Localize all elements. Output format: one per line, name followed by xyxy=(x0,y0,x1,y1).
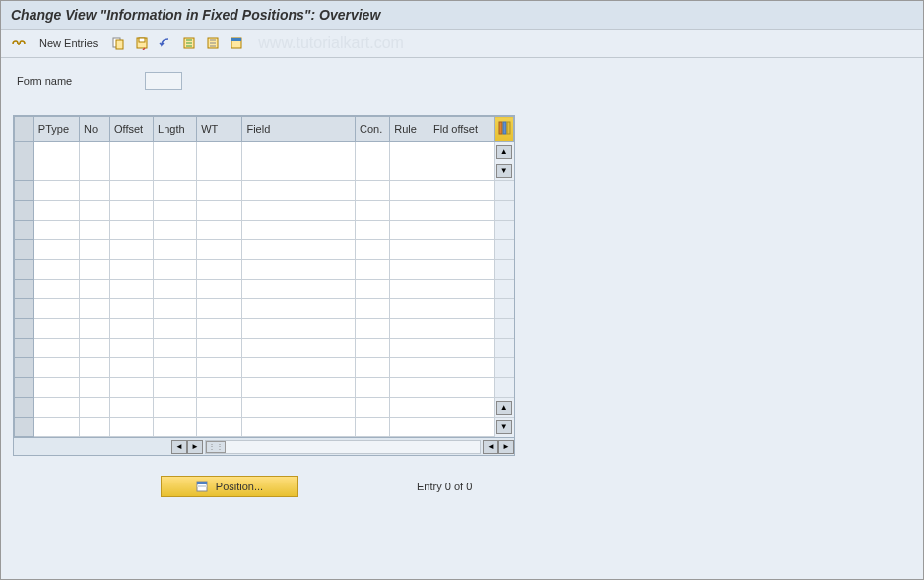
table-cell[interactable] xyxy=(356,201,390,221)
row-selector[interactable] xyxy=(15,319,34,339)
select-all-header[interactable] xyxy=(15,117,34,142)
table-cell[interactable] xyxy=(80,319,110,339)
table-cell[interactable] xyxy=(429,201,494,221)
table-row[interactable]: ▲ xyxy=(15,398,514,418)
col-header-fldoffset[interactable]: Fld offset xyxy=(429,117,494,142)
table-cell[interactable] xyxy=(197,319,242,339)
hscroll-thumb[interactable]: ⋮⋮ xyxy=(206,441,226,453)
table-cell[interactable] xyxy=(109,378,153,398)
table-cell[interactable] xyxy=(154,358,197,378)
table-cell[interactable] xyxy=(197,358,242,378)
col-header-no[interactable]: No xyxy=(80,117,110,142)
column-config-button[interactable] xyxy=(495,117,514,142)
scroll-right-end-arrow[interactable]: ► xyxy=(498,440,514,454)
table-cell[interactable] xyxy=(109,161,153,181)
table-row[interactable] xyxy=(15,221,514,240)
table-cell[interactable] xyxy=(154,181,197,201)
table-cell[interactable] xyxy=(390,260,429,280)
table-cell[interactable] xyxy=(80,418,110,437)
table-cell[interactable] xyxy=(197,221,242,240)
row-selector[interactable] xyxy=(15,201,34,221)
table-cell[interactable] xyxy=(109,339,153,358)
table-cell[interactable] xyxy=(154,299,197,319)
table-cell[interactable] xyxy=(109,299,153,319)
table-cell[interactable] xyxy=(33,339,79,358)
table-cell[interactable] xyxy=(242,260,356,280)
table-cell[interactable] xyxy=(33,319,79,339)
table-cell[interactable] xyxy=(429,339,494,358)
table-cell[interactable] xyxy=(356,161,390,181)
table-settings-icon[interactable] xyxy=(227,33,246,53)
table-cell[interactable] xyxy=(33,398,79,418)
table-cell[interactable] xyxy=(197,181,242,201)
hscroll-track[interactable]: ⋮⋮ xyxy=(205,440,481,454)
col-header-wt[interactable]: WT xyxy=(197,117,242,142)
row-selector[interactable] xyxy=(15,280,34,299)
table-cell[interactable] xyxy=(33,260,79,280)
table-cell[interactable] xyxy=(154,221,197,240)
row-selector[interactable] xyxy=(15,299,34,319)
table-cell[interactable] xyxy=(80,378,110,398)
copy-icon[interactable] xyxy=(108,33,128,53)
table-cell[interactable] xyxy=(154,161,197,181)
table-cell[interactable] xyxy=(242,398,356,418)
table-cell[interactable] xyxy=(109,398,153,418)
table-cell[interactable] xyxy=(80,221,110,240)
table-cell[interactable] xyxy=(356,339,390,358)
table-cell[interactable] xyxy=(154,260,197,280)
table-cell[interactable] xyxy=(356,319,390,339)
table-cell[interactable] xyxy=(390,378,429,398)
table-cell[interactable] xyxy=(109,142,153,161)
table-cell[interactable] xyxy=(197,142,242,161)
table-cell[interactable] xyxy=(80,181,110,201)
table-cell[interactable] xyxy=(154,280,197,299)
table-cell[interactable] xyxy=(390,240,429,260)
table-cell[interactable] xyxy=(429,378,494,398)
table-cell[interactable] xyxy=(242,319,356,339)
table-cell[interactable] xyxy=(197,378,242,398)
scroll-up-arrow[interactable]: ▲ xyxy=(496,145,512,159)
table-cell[interactable] xyxy=(242,181,356,201)
table-cell[interactable] xyxy=(197,299,242,319)
table-cell[interactable] xyxy=(154,240,197,260)
table-row[interactable]: ▲ xyxy=(15,142,514,161)
table-cell[interactable] xyxy=(429,418,494,437)
table-cell[interactable] xyxy=(242,280,356,299)
table-cell[interactable] xyxy=(356,378,390,398)
table-cell[interactable] xyxy=(80,299,110,319)
undo-icon[interactable] xyxy=(156,33,175,53)
table-row[interactable]: ▼ xyxy=(15,161,514,181)
table-cell[interactable] xyxy=(390,142,429,161)
table-cell[interactable] xyxy=(429,142,494,161)
table-cell[interactable] xyxy=(429,358,494,378)
table-cell[interactable] xyxy=(356,418,390,437)
table-cell[interactable] xyxy=(356,280,390,299)
save-icon[interactable] xyxy=(132,33,152,53)
table-cell[interactable] xyxy=(429,260,494,280)
row-selector[interactable] xyxy=(15,260,34,280)
table-cell[interactable] xyxy=(197,201,242,221)
table-cell[interactable] xyxy=(242,378,356,398)
table-cell[interactable] xyxy=(242,142,356,161)
col-header-rule[interactable]: Rule xyxy=(390,117,429,142)
table-row[interactable] xyxy=(15,260,514,280)
scroll-up-end-arrow[interactable]: ▲ xyxy=(496,401,512,415)
form-name-input[interactable] xyxy=(145,72,182,90)
table-row[interactable] xyxy=(15,378,514,398)
table-cell[interactable] xyxy=(197,418,242,437)
table-row[interactable]: ▼ xyxy=(15,418,514,437)
table-cell[interactable] xyxy=(154,142,197,161)
table-cell[interactable] xyxy=(242,161,356,181)
table-cell[interactable] xyxy=(154,201,197,221)
row-selector[interactable] xyxy=(15,161,34,181)
row-selector[interactable] xyxy=(15,398,34,418)
table-cell[interactable] xyxy=(429,398,494,418)
table-cell[interactable] xyxy=(80,240,110,260)
table-cell[interactable] xyxy=(242,418,356,437)
table-cell[interactable] xyxy=(109,260,153,280)
table-cell[interactable] xyxy=(429,221,494,240)
table-cell[interactable] xyxy=(356,142,390,161)
table-row[interactable] xyxy=(15,358,514,378)
table-cell[interactable] xyxy=(429,181,494,201)
table-cell[interactable] xyxy=(33,358,79,378)
